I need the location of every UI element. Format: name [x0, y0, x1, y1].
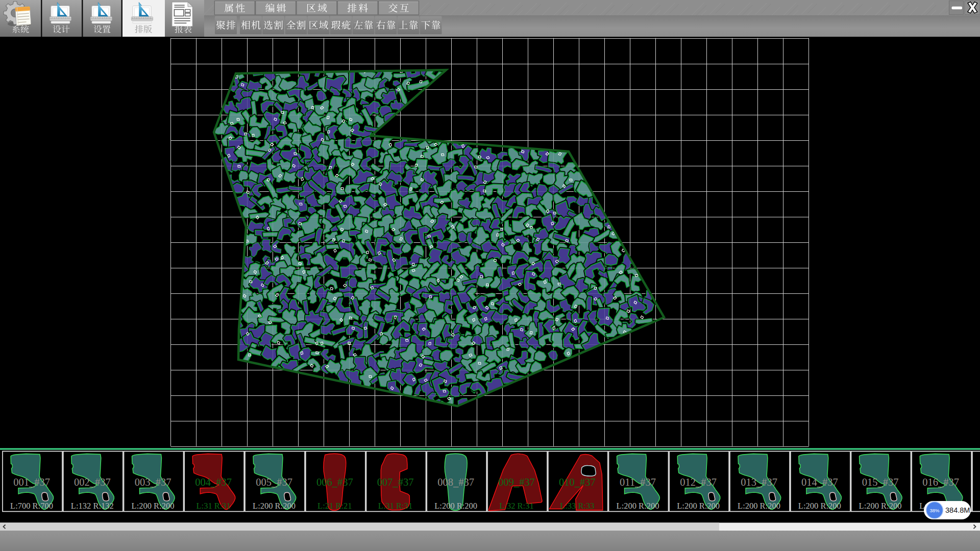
svg-text:007_#37: 007_#37 — [377, 477, 414, 488]
svg-text:L:33 R:33: L:33 R:33 — [560, 501, 594, 511]
svg-text:L:132 R:132: L:132 R:132 — [71, 501, 114, 511]
svg-text:L:200 R:200: L:200 R:200 — [434, 501, 477, 511]
svg-text:009_#37: 009_#37 — [498, 477, 535, 488]
svg-text:013_#37: 013_#37 — [741, 477, 777, 488]
svg-text:004_#37: 004_#37 — [195, 477, 232, 488]
svg-text:003_#37: 003_#37 — [135, 477, 172, 488]
svg-text:011_#37: 011_#37 — [620, 477, 656, 488]
svg-text:L:200 R:200: L:200 R:200 — [859, 501, 902, 511]
svg-text:L:700 R:700: L:700 R:700 — [10, 501, 53, 511]
svg-text:384.8M: 384.8M — [945, 506, 970, 514]
svg-text:012_#37: 012_#37 — [680, 477, 717, 488]
svg-text:002_#37: 002_#37 — [74, 477, 111, 488]
svg-text:L:31 R:31: L:31 R:31 — [197, 501, 231, 511]
svg-text:38%: 38% — [929, 508, 940, 513]
svg-text:L:31 R:31: L:31 R:31 — [378, 501, 412, 511]
svg-text:L:200 R:200: L:200 R:200 — [253, 501, 296, 511]
svg-text:L:32 R:31: L:32 R:31 — [499, 501, 533, 511]
svg-text:014_#37: 014_#37 — [801, 477, 838, 488]
svg-text:015_#37: 015_#37 — [862, 477, 899, 488]
svg-text:006_#37: 006_#37 — [316, 477, 353, 488]
svg-text:L:200 R:200: L:200 R:200 — [677, 501, 720, 511]
svg-text:008_#37: 008_#37 — [437, 477, 474, 488]
svg-text:L:200 R:200: L:200 R:200 — [798, 501, 841, 511]
svg-text:010_#37: 010_#37 — [559, 477, 596, 488]
svg-text:001_#37: 001_#37 — [13, 477, 50, 488]
svg-text:L:21 R:21: L:21 R:21 — [317, 501, 352, 511]
svg-text:L:200 R:200: L:200 R:200 — [617, 501, 659, 511]
svg-text:005_#37: 005_#37 — [256, 477, 292, 488]
svg-text:L:200 R:200: L:200 R:200 — [132, 501, 175, 511]
svg-text:016_#37: 016_#37 — [922, 477, 959, 488]
svg-text:L:200 R:200: L:200 R:200 — [738, 501, 780, 511]
